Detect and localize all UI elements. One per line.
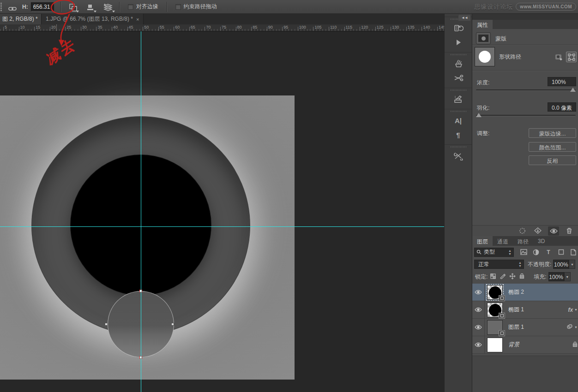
tab-close-icon[interactable]: × <box>136 17 139 22</box>
layer-thumbnail[interactable] <box>487 285 504 300</box>
path-alignment-button[interactable] <box>85 2 96 12</box>
layer-row-椭圆 1[interactable]: 椭圆 1fx▼ <box>472 301 578 319</box>
layer-thumbnail[interactable] <box>487 338 504 352</box>
opacity-value[interactable]: 100% <box>553 260 569 269</box>
character-panel-button[interactable]: A| <box>448 113 469 127</box>
filter-type-dropdown[interactable]: 类型 ▲▼ <box>474 248 514 257</box>
actions-panel-button[interactable] <box>448 36 469 49</box>
lock-all-icon[interactable] <box>519 273 524 280</box>
ruler-label: 20 <box>51 25 56 30</box>
adjust-label: 调整: <box>477 130 489 137</box>
drag-grip-icon[interactable] <box>451 146 466 148</box>
layer-row-图层 1[interactable]: 图层 1▼ <box>472 319 578 336</box>
horizontal-guide[interactable] <box>0 226 444 227</box>
filter-shape-layers-icon[interactable] <box>557 248 565 256</box>
updown-icon: ▲▼ <box>518 261 522 267</box>
fill-value[interactable]: 100% <box>548 272 564 281</box>
add-mask-icon[interactable] <box>554 52 564 62</box>
history-panel-button[interactable] <box>448 21 469 35</box>
document-tab-1[interactable]: 图 2, RGB/8) * × <box>0 14 42 24</box>
ruler-major-tick <box>298 27 298 31</box>
collapse-panels-icon[interactable]: ◄◄ <box>458 15 470 21</box>
layer-name[interactable]: 图层 1 <box>508 323 524 331</box>
tool-presets-panel-button[interactable] <box>448 92 469 106</box>
ruler-major-tick <box>421 27 422 31</box>
expand-effects-icon[interactable]: ▼ <box>574 326 578 329</box>
layer-name[interactable]: 椭圆 1 <box>508 306 524 314</box>
feather-value[interactable]: 0.0 像素 <box>548 102 576 112</box>
toggle-mask-visibility-icon[interactable] <box>548 226 559 236</box>
layers-filter-row: 类型 ▲▼ T <box>472 246 578 258</box>
layer-name[interactable]: 椭圆 2 <box>508 288 524 296</box>
ruler-major-tick <box>189 27 190 31</box>
paragraph-panel-button[interactable]: ¶ <box>448 128 469 142</box>
delete-mask-icon[interactable] <box>564 226 575 236</box>
fill-dropdown-icon[interactable]: ▼ <box>564 272 571 281</box>
filter-type-layers-icon[interactable]: T <box>544 248 553 256</box>
canvas-viewport[interactable] <box>0 31 444 392</box>
layer-visibility-eye-icon[interactable] <box>472 284 485 301</box>
density-value[interactable]: 100% <box>548 77 576 86</box>
shape-path-thumbnail[interactable] <box>475 47 495 66</box>
dock-group: A| ¶ <box>445 109 472 142</box>
layer-fx-label[interactable]: fx <box>568 307 573 313</box>
link-icon[interactable] <box>7 2 18 12</box>
tab-layers[interactable]: 图层 <box>472 236 493 246</box>
layer-thumbnail[interactable] <box>487 303 504 317</box>
lock-position-icon[interactable] <box>509 273 516 281</box>
align-edges-checkbox[interactable]: 对齐边缘 <box>128 3 158 11</box>
mask-edge-button[interactable]: 蒙版边缘... <box>529 128 576 138</box>
vector-mask-badge-icon <box>499 295 505 301</box>
document-tab-2[interactable]: 1.JPG @ 66.7% (图层 13, RGB/8) * × <box>42 14 144 24</box>
tab-channels[interactable]: 通道 <box>493 236 513 246</box>
feather-slider-knob[interactable] <box>476 113 482 117</box>
density-slider[interactable] <box>476 89 576 91</box>
ruler-label: 125 <box>377 25 384 30</box>
invert-button[interactable]: 反相 <box>529 155 576 165</box>
h-field-input[interactable] <box>31 2 54 12</box>
opacity-dropdown-icon[interactable]: ▼ <box>569 260 575 269</box>
layer-visibility-eye-icon[interactable] <box>472 336 485 354</box>
layer-name[interactable]: 背景 <box>508 341 519 349</box>
feather-slider[interactable] <box>476 115 576 116</box>
tools-panel-button[interactable] <box>448 149 469 163</box>
vertical-guide[interactable] <box>141 31 141 392</box>
layer-visibility-eye-icon[interactable] <box>472 301 485 319</box>
filter-adjustment-layers-icon[interactable] <box>532 248 540 256</box>
ruler-major-tick <box>391 27 391 31</box>
tab-3d[interactable]: 3D <box>533 236 549 246</box>
ruler-major-tick <box>205 27 205 31</box>
layer-visibility-eye-icon[interactable] <box>472 319 485 336</box>
apply-mask-icon[interactable] <box>532 226 543 236</box>
expand-effects-icon[interactable]: ▼ <box>574 308 578 311</box>
filter-smart-objects-icon[interactable] <box>569 248 578 256</box>
layer-row-背景[interactable]: 背景 <box>472 336 578 354</box>
ruler-label: 40 <box>113 25 118 30</box>
load-selection-icon[interactable] <box>517 226 528 236</box>
layer-row-椭圆 2[interactable]: 椭圆 2 <box>472 284 578 301</box>
smart-filter-icon[interactable] <box>566 324 573 331</box>
path-arrangement-button[interactable] <box>102 2 114 12</box>
filter-pixel-layers-icon[interactable] <box>519 248 528 256</box>
tab-paths[interactable]: 路径 <box>513 236 533 246</box>
clone-source-panel-button[interactable] <box>448 71 469 85</box>
constrain-path-drag-checkbox[interactable]: 约束路径拖动 <box>175 3 217 11</box>
density-slider-knob[interactable] <box>570 88 576 92</box>
layer-thumbnail[interactable] <box>487 320 504 335</box>
path-handle-right[interactable] <box>171 323 174 326</box>
lock-pixels-icon[interactable] <box>500 273 506 280</box>
drag-grip-icon[interactable] <box>451 89 466 91</box>
drag-grip-icon[interactable] <box>451 54 466 55</box>
horizontal-ruler[interactable]: 5101520253035404550556065707580859095100… <box>0 24 444 31</box>
blend-mode-dropdown[interactable]: 正常 ▲▼ <box>474 260 524 269</box>
lock-transparency-icon[interactable] <box>490 273 496 280</box>
tab-properties[interactable]: 属性 <box>472 20 493 29</box>
ruler-label: 105 <box>314 25 321 30</box>
brush-presets-panel-button[interactable] <box>448 57 469 71</box>
ruler-label: 120 <box>361 25 368 30</box>
path-operations-button[interactable] <box>67 2 78 12</box>
color-range-button[interactable]: 颜色范围... <box>529 142 576 152</box>
vector-mask-icon[interactable] <box>566 52 577 62</box>
drag-grip-icon[interactable] <box>451 111 466 112</box>
path-handle-left[interactable] <box>105 323 108 326</box>
